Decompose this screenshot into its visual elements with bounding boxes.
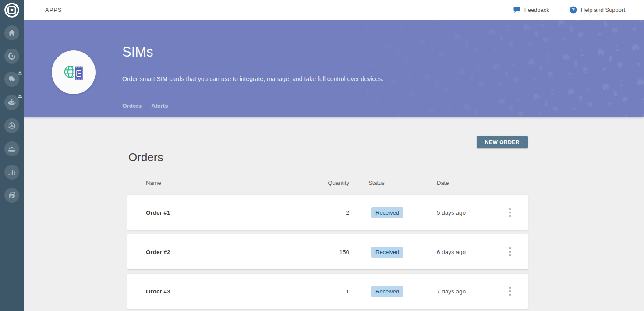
help-question-icon: ? [570, 6, 577, 14]
order-date: 7 days ago [434, 288, 500, 295]
status-badge: Received [371, 286, 403, 297]
page-title: SIMs [122, 44, 153, 60]
orders-table-header: Name Quantity Status Date [127, 170, 528, 195]
bot-icon[interactable] [4, 95, 19, 110]
order-row-1[interactable]: Order #1 2 Received 5 days ago [127, 195, 528, 230]
order-date: 5 days ago [434, 209, 500, 216]
eject-badge-icon [18, 69, 22, 77]
status-badge: Received [371, 247, 403, 258]
applications-icon[interactable] [4, 49, 19, 64]
row-menu-kebab-icon[interactable] [507, 206, 513, 219]
row-menu-kebab-icon[interactable] [507, 246, 513, 258]
edge-network-icon[interactable] [4, 118, 19, 133]
sims-banner: SIMs Order smart SIM cards that you can … [24, 20, 644, 117]
order-row-3[interactable]: Order #3 1 Received 7 days ago [127, 274, 528, 309]
order-quantity: 2 [297, 209, 349, 216]
tab-orders[interactable]: Orders [122, 102, 142, 109]
feedback-bubble-icon [513, 7, 520, 13]
row-menu-kebab-icon[interactable] [507, 285, 513, 297]
banner-tabs: Orders Alerts [122, 102, 168, 109]
sims-app-icon [52, 50, 96, 94]
col-header-date: Date [434, 180, 500, 186]
col-header-status: Status [368, 180, 434, 186]
order-name: Order #1 [146, 209, 297, 216]
order-quantity: 150 [297, 249, 349, 255]
order-name: Order #3 [146, 288, 297, 295]
analytics-icon[interactable] [4, 165, 19, 180]
order-quantity: 1 [297, 288, 349, 295]
eject-badge-icon [18, 92, 22, 100]
feedback-label: Feedback [524, 7, 549, 13]
new-order-button[interactable]: NEW ORDER [477, 136, 528, 148]
svg-text:?: ? [572, 7, 575, 12]
help-and-support-link[interactable]: ? Help and Support [570, 6, 625, 14]
users-icon[interactable] [4, 141, 19, 156]
page-description: Order smart SIM cards that you can use t… [122, 75, 383, 82]
breadcrumb-apps[interactable]: APPS [45, 7, 62, 13]
topbar-actions: Feedback ? Help and Support [513, 6, 625, 14]
order-name: Order #2 [146, 249, 297, 255]
topbar: APPS Feedback ? Help and Support [24, 0, 644, 20]
documents-icon[interactable] [4, 188, 19, 203]
col-header-quantity: Quantity [297, 180, 349, 186]
help-label: Help and Support [581, 7, 625, 13]
order-row-2[interactable]: Order #2 150 Received 6 days ago [127, 234, 528, 269]
feedback-link[interactable]: Feedback [513, 7, 549, 13]
col-header-name: Name [146, 180, 297, 186]
chat-icon[interactable] [4, 72, 19, 87]
order-date: 6 days ago [434, 249, 500, 255]
tab-alerts[interactable]: Alerts [151, 102, 168, 109]
banner-icon-pattern [24, 20, 644, 117]
platform-logo-icon[interactable] [4, 2, 20, 18]
status-badge: Received [371, 207, 403, 218]
home-icon[interactable] [4, 25, 19, 40]
main-content: NEW ORDER Orders Name Quantity Status Da… [24, 117, 644, 311]
sidebar [0, 0, 24, 311]
orders-section-title: Orders [128, 151, 528, 164]
sidebar-nav [4, 25, 19, 203]
